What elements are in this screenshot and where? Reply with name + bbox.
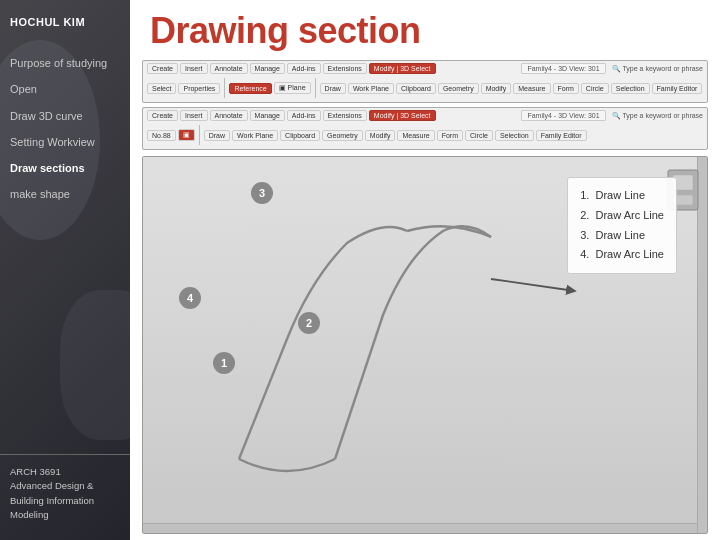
toolbar-area: Create Insert Annotate Manage Add-ins Ex… bbox=[130, 60, 720, 150]
arc-bottom bbox=[239, 459, 335, 471]
drawing-canvas: 1 2 3 4 1. Draw Line 2. Draw Arc Line 3.… bbox=[143, 157, 707, 533]
tab-manage-2[interactable]: Manage bbox=[250, 110, 285, 121]
divider-1b bbox=[315, 78, 316, 98]
tab-annotate-2[interactable]: Annotate bbox=[210, 110, 248, 121]
sidebar-item-purpose[interactable]: Purpose of studying bbox=[0, 50, 130, 76]
tab-modify-1[interactable]: Modify | 3D Select bbox=[369, 63, 436, 74]
tab-create-1[interactable]: Create bbox=[147, 63, 178, 74]
step-3-circle: 3 bbox=[251, 182, 273, 204]
btn-form-1[interactable]: Form bbox=[553, 83, 579, 94]
step-4-circle: 4 bbox=[179, 287, 201, 309]
footer-line4: Modeling bbox=[10, 508, 120, 522]
step-1-label: 1. Draw Line bbox=[580, 186, 664, 206]
btn-draw-1[interactable]: Draw bbox=[320, 83, 346, 94]
tab-manage-1[interactable]: Manage bbox=[250, 63, 285, 74]
family-label-1: Family4 - 3D View: 301 bbox=[521, 63, 605, 74]
sidebar-footer: ARCH 3691 Advanced Design & Building Inf… bbox=[0, 454, 130, 532]
sidebar-content: HOCHUL KIM Purpose of studying Open Draw… bbox=[0, 0, 130, 540]
sidebar-item-shape[interactable]: make shape bbox=[0, 181, 130, 207]
btn-reference-1[interactable]: Reference bbox=[229, 83, 271, 94]
toolbar-2: Create Insert Annotate Manage Add-ins Ex… bbox=[142, 107, 708, 150]
footer-line2: Advanced Design & bbox=[10, 479, 120, 493]
footer-line3: Building Information bbox=[10, 494, 120, 508]
btn-clipboard-2[interactable]: Clipboard bbox=[280, 130, 320, 141]
sidebar-item-open[interactable]: Open bbox=[0, 76, 130, 102]
tab-modify-2[interactable]: Modify | 3D Select bbox=[369, 110, 436, 121]
sidebar-item-workview[interactable]: Setting Workview bbox=[0, 129, 130, 155]
tab-create-2[interactable]: Create bbox=[147, 110, 178, 121]
btn-clipboard-1[interactable]: Clipboard bbox=[396, 83, 436, 94]
scrollbar-horizontal[interactable] bbox=[143, 523, 697, 533]
btn-modify-2[interactable]: Modify bbox=[365, 130, 396, 141]
sidebar: HOCHUL KIM Purpose of studying Open Draw… bbox=[0, 0, 130, 540]
btn-circle-1[interactable]: Circle bbox=[581, 83, 609, 94]
btn-fe-2[interactable]: Family Editor bbox=[536, 130, 587, 141]
toolbar-2-buttons: No.88 ▣ Draw Work Plane Clipboard Geomet… bbox=[147, 123, 703, 147]
drawing-area: 1 2 3 4 1. Draw Line 2. Draw Arc Line 3.… bbox=[142, 156, 708, 534]
tab-insert-2[interactable]: Insert bbox=[180, 110, 208, 121]
divider-1a bbox=[224, 78, 225, 98]
btn-fe-1[interactable]: Family Editor bbox=[652, 83, 703, 94]
btn-highlight-2[interactable]: ▣ bbox=[178, 129, 195, 141]
btn-workplane-1[interactable]: Work Plane bbox=[348, 83, 394, 94]
footer-line1: ARCH 3691 bbox=[10, 465, 120, 479]
btn-sel-2[interactable]: Selection bbox=[495, 130, 534, 141]
btn-geometry-2[interactable]: Geometry bbox=[322, 130, 363, 141]
step-2-label: 2. Draw Arc Line bbox=[580, 206, 664, 226]
tab-addins-2[interactable]: Add-ins bbox=[287, 110, 321, 121]
search-box-2[interactable]: 🔍 Type a keyword or phrase bbox=[612, 112, 703, 120]
btn-plane-1[interactable]: ▣ Plane bbox=[274, 82, 311, 94]
step-3-label: 3. Draw Line bbox=[580, 226, 664, 246]
toolbar-1: Create Insert Annotate Manage Add-ins Ex… bbox=[142, 60, 708, 103]
step-4-label: 4. Draw Arc Line bbox=[580, 245, 664, 265]
btn-measure-1[interactable]: Measure bbox=[513, 83, 550, 94]
btn-form-2[interactable]: Form bbox=[437, 130, 463, 141]
page-title: Drawing section bbox=[130, 0, 720, 60]
tab-extensions-1[interactable]: Extensions bbox=[323, 63, 367, 74]
curve-left bbox=[239, 227, 407, 459]
sidebar-item-sections[interactable]: Draw sections bbox=[0, 155, 130, 181]
btn-draw-2[interactable]: Draw bbox=[204, 130, 230, 141]
sidebar-item-draw3d[interactable]: Draw 3D curve bbox=[0, 103, 130, 129]
btn-modify-1[interactable]: Modify bbox=[481, 83, 512, 94]
tab-addins-1[interactable]: Add-ins bbox=[287, 63, 321, 74]
btn-geometry-1[interactable]: Geometry bbox=[438, 83, 479, 94]
divider-2a bbox=[199, 125, 200, 145]
main-content: Drawing section Create Insert Annotate M… bbox=[130, 0, 720, 540]
sidebar-nav: Purpose of studying Open Draw 3D curve S… bbox=[0, 40, 130, 454]
tab-extensions-2[interactable]: Extensions bbox=[323, 110, 367, 121]
btn-measure-2[interactable]: Measure bbox=[397, 130, 434, 141]
btn-nb-2[interactable]: No.88 bbox=[147, 130, 176, 141]
btn-circle-2[interactable]: Circle bbox=[465, 130, 493, 141]
btn-properties-1[interactable]: Properties bbox=[178, 83, 220, 94]
step-2-circle: 2 bbox=[298, 312, 320, 334]
info-box: 1. Draw Line 2. Draw Arc Line 3. Draw Li… bbox=[567, 177, 677, 274]
btn-workplane-2[interactable]: Work Plane bbox=[232, 130, 278, 141]
toolbar-1-tabs: Create Insert Annotate Manage Add-ins Ex… bbox=[147, 63, 703, 74]
curve-right bbox=[335, 226, 491, 459]
arrow-line bbox=[491, 279, 575, 291]
toolbar-2-tabs: Create Insert Annotate Manage Add-ins Ex… bbox=[147, 110, 703, 121]
btn-select-1[interactable]: Select bbox=[147, 83, 176, 94]
tab-insert-1[interactable]: Insert bbox=[180, 63, 208, 74]
btn-sel-1[interactable]: Selection bbox=[611, 83, 650, 94]
step-1-circle: 1 bbox=[213, 352, 235, 374]
tab-annotate-1[interactable]: Annotate bbox=[210, 63, 248, 74]
family-label-2: Family4 - 3D View: 301 bbox=[521, 110, 605, 121]
search-box-1[interactable]: 🔍 Type a keyword or phrase bbox=[612, 65, 703, 73]
toolbar-1-buttons: Select Properties Reference ▣ Plane Draw… bbox=[147, 76, 703, 100]
sidebar-logo: HOCHUL KIM bbox=[0, 8, 130, 40]
